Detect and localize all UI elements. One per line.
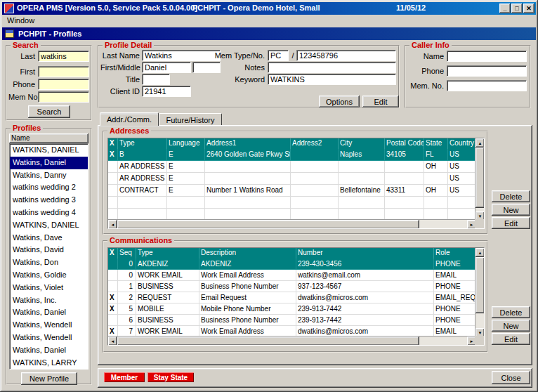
communication-row[interactable]: 6 BUSINESS Business Phone Number 239-913… <box>108 315 484 326</box>
client-id-field[interactable] <box>142 86 191 97</box>
address-cell-state: OH <box>424 185 448 197</box>
search-phone-input[interactable] <box>38 79 89 90</box>
search-first-input[interactable] <box>38 66 89 77</box>
addresses-col-country[interactable]: Country <box>448 138 476 149</box>
scroll-left-button[interactable]: ◄ <box>108 337 117 346</box>
keyword-field[interactable] <box>268 74 396 85</box>
communication-row[interactable]: X 5 MOBILE Mobile Phone Number 239-913-7… <box>108 303 484 315</box>
scrollbar-corner <box>475 219 484 228</box>
profile-list-item[interactable]: watkins wedding 3 <box>10 194 88 207</box>
caller-mem-no-label: Mem. No. <box>407 81 444 91</box>
profile-list-item[interactable]: Watkins, Danny <box>10 169 88 182</box>
comm-col-description[interactable]: Description <box>199 248 296 259</box>
address-row-selected[interactable]: X B E 2640 Golden Gate Pkwy Ste 2 Naples… <box>108 149 484 161</box>
profile-list-item-selected[interactable]: Watkins, Daniel <box>10 157 88 169</box>
profile-list-item[interactable]: watkins wedding 4 <box>10 207 88 219</box>
profile-list-item[interactable]: Watkins, Goldie <box>10 269 88 282</box>
form-icon <box>5 30 14 38</box>
addresses-col-city[interactable]: City <box>339 138 385 149</box>
profile-edit-button[interactable]: Edit <box>362 96 399 107</box>
addresses-col-x[interactable]: X <box>108 138 118 149</box>
profile-list-item[interactable]: Watkins, Wendell <box>10 319 88 332</box>
profile-list-item[interactable]: Watkins, Don <box>10 256 88 269</box>
address-row[interactable]: CONTRACT E Number 1 Watkins Road Bellefo… <box>108 185 484 197</box>
scroll-up-button[interactable]: ▲ <box>475 248 485 257</box>
new-profile-button[interactable]: New Profile <box>21 372 77 385</box>
communications-delete-button[interactable]: Delete <box>492 306 530 318</box>
scroll-thumb[interactable] <box>475 148 485 208</box>
addresses-col-state[interactable]: State <box>424 138 448 149</box>
comm-col-seq[interactable]: Seq <box>118 248 136 259</box>
communications-edit-button[interactable]: Edit <box>492 333 530 345</box>
profile-list-item[interactable]: Watkins, Wendell <box>10 332 88 344</box>
profile-list-item[interactable]: WATKINS, LARRY <box>10 357 88 370</box>
tab-future-history[interactable]: Future/History <box>159 113 222 126</box>
search-last-input[interactable] <box>38 51 89 62</box>
close-window-button[interactable]: ✕ <box>523 4 534 13</box>
stay-state-indicator[interactable]: Stay State <box>147 372 194 382</box>
close-button[interactable]: Close <box>492 371 530 384</box>
addresses-col-postal[interactable]: Postal Code <box>385 138 424 149</box>
addresses-delete-button[interactable]: Delete <box>492 190 530 202</box>
middle-name-field[interactable] <box>192 62 221 73</box>
profile-list-item[interactable]: Watkins, David <box>10 244 88 256</box>
communication-row[interactable]: X 2 REQUEST Email Request dwatkins@micro… <box>108 292 484 303</box>
scroll-thumb[interactable] <box>475 257 485 313</box>
communications-vertical-scrollbar[interactable]: ▲ ▼ <box>475 248 484 337</box>
comm-col-number[interactable]: Number <box>296 248 434 259</box>
caller-name-field[interactable] <box>447 51 527 62</box>
search-mem-input[interactable] <box>38 91 89 103</box>
profiles-list: WATKINS, DANIEL Watkins, Daniel Watkins,… <box>9 143 88 370</box>
member-indicator[interactable]: Member <box>104 372 145 382</box>
addresses-edit-button[interactable]: Edit <box>492 217 530 229</box>
communications-horizontal-scrollbar[interactable]: ◄ ► <box>108 336 476 345</box>
address-row[interactable]: AR ADDRESS E OH US <box>108 161 484 173</box>
mem-type-field[interactable] <box>268 50 289 61</box>
addresses-horizontal-scrollbar[interactable]: ◄ ► <box>108 219 476 228</box>
profile-list-item[interactable]: Watkins, Violet <box>10 282 88 294</box>
comm-cell-number: watkins@email.com <box>296 270 434 281</box>
tab-addr-comm[interactable]: Addr./Comm. <box>100 112 159 126</box>
address-row[interactable]: AR ADDRESS E US <box>108 173 484 185</box>
addresses-new-button[interactable]: New <box>492 204 530 216</box>
options-button[interactable]: Options <box>319 96 360 107</box>
addresses-col-type[interactable]: Type <box>118 138 167 149</box>
profile-list-item[interactable]: WATKINS, DANIEL <box>10 219 88 232</box>
first-name-field[interactable] <box>142 62 191 73</box>
communication-row[interactable]: 0 WORK EMAIL Work Email Address watkins@… <box>108 270 484 281</box>
profile-list-item[interactable]: Watkins, Daniel <box>10 306 88 319</box>
profile-list-item[interactable]: WATKINS, DANIEL <box>10 144 88 157</box>
profile-list-item[interactable]: Watkins, Inc. <box>10 294 88 307</box>
close-button-label: Close <box>501 374 520 382</box>
profiles-name-header[interactable]: Name <box>9 133 88 143</box>
addresses-col-language[interactable]: Language <box>167 138 205 149</box>
addresses-col-address1[interactable]: Address1 <box>205 138 291 149</box>
communications-new-button[interactable]: New <box>492 320 530 332</box>
scroll-left-button[interactable]: ◄ <box>108 220 117 229</box>
empty-row <box>108 197 484 209</box>
comm-cell-type: MOBILE <box>136 303 199 315</box>
scroll-thumb[interactable] <box>117 337 419 346</box>
scroll-up-button[interactable]: ▲ <box>475 138 485 148</box>
title-field[interactable] <box>142 74 170 85</box>
addresses-col-address2[interactable]: Address2 <box>291 138 339 149</box>
profile-list-item[interactable]: Watkins, Dave <box>10 232 88 244</box>
profile-list-item[interactable]: watkins wedding 2 <box>10 181 88 194</box>
notes-field[interactable] <box>268 62 396 73</box>
profile-list-item[interactable]: Watkins, Daniel <box>10 344 88 357</box>
addresses-vertical-scrollbar[interactable]: ▲ ▼ <box>475 138 484 221</box>
search-button[interactable]: Search <box>28 105 70 118</box>
mem-no-field[interactable] <box>296 50 396 61</box>
scroll-thumb[interactable] <box>117 220 419 229</box>
comm-col-type[interactable]: Type <box>136 248 199 259</box>
communication-row-selected[interactable]: 0 AKDENIZ AKDENIZ 239-430-3456 PHONE <box>108 259 484 270</box>
last-name-field[interactable] <box>142 50 221 61</box>
comm-col-role[interactable]: Role <box>434 248 476 259</box>
communication-row[interactable]: 1 BUSINESS Business Phone Number 937-123… <box>108 281 484 292</box>
menu-window[interactable]: Window <box>2 15 39 26</box>
caller-mem-no-field[interactable] <box>447 80 527 91</box>
comm-col-x[interactable]: X <box>108 248 118 259</box>
maximize-button[interactable]: □ <box>511 4 523 13</box>
minimize-button[interactable]: _ <box>499 4 511 13</box>
caller-phone-field[interactable] <box>447 65 527 77</box>
